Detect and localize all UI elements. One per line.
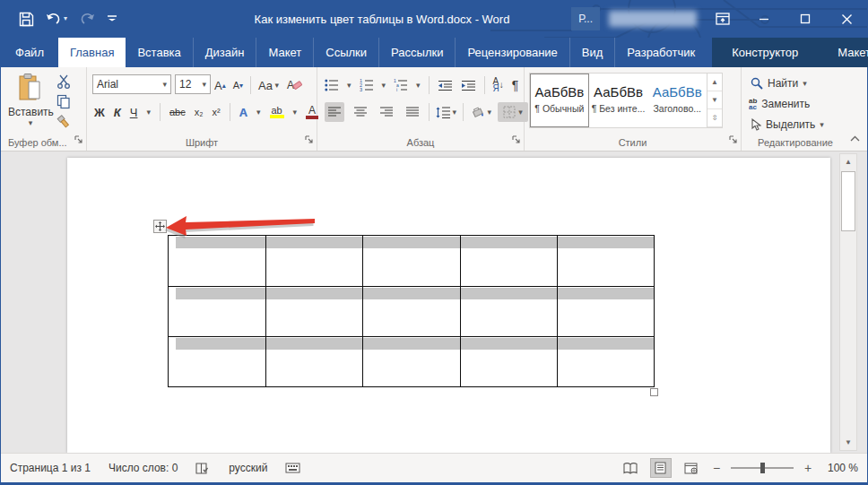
style-heading1[interactable]: АаБбВв Заголово...: [647, 74, 707, 127]
scroll-up-icon[interactable]: ▲: [840, 154, 856, 169]
superscript-button[interactable]: x²: [212, 102, 220, 122]
table-cell[interactable]: [557, 236, 654, 286]
tab-insert[interactable]: Вставка: [126, 38, 192, 67]
style-normal[interactable]: АаБбВв ¶ Обычный: [530, 74, 589, 127]
style-no-spacing[interactable]: АаБбВв ¶ Без инте...: [589, 74, 648, 127]
scroll-down-icon[interactable]: ▼: [840, 435, 856, 450]
change-case-button[interactable]: Aa ▾: [258, 75, 279, 95]
text-effects-button[interactable]: А: [239, 102, 247, 122]
tab-file[interactable]: Файл: [1, 38, 58, 67]
web-layout-icon[interactable]: [681, 458, 702, 478]
bullets-caret[interactable]: ▾: [347, 81, 352, 90]
underline-dropdown-caret[interactable]: ▾: [146, 108, 151, 117]
tab-developer[interactable]: Разработчик: [614, 38, 707, 67]
styles-scroll-down-icon[interactable]: ▼: [707, 91, 722, 109]
tab-design[interactable]: Дизайн: [193, 38, 256, 67]
table-resize-handle[interactable]: [650, 388, 658, 396]
close-button[interactable]: [826, 0, 867, 38]
align-right-button[interactable]: [377, 102, 396, 122]
highlight-caret[interactable]: ▾: [293, 108, 298, 117]
multilevel-caret[interactable]: ▾: [416, 81, 421, 90]
font-color-button[interactable]: А: [306, 102, 318, 122]
document-table[interactable]: [168, 235, 655, 387]
zoom-level[interactable]: 100 %: [828, 462, 858, 474]
zoom-in-button[interactable]: +: [803, 461, 813, 475]
tab-view[interactable]: Вид: [569, 38, 615, 67]
show-paragraph-marks-button[interactable]: ¶: [512, 75, 519, 95]
paragraph-dialog-launcher-icon[interactable]: [512, 131, 520, 147]
table-cell[interactable]: [362, 236, 459, 286]
clipboard-dialog-launcher-icon[interactable]: [74, 131, 82, 147]
line-spacing-button[interactable]: ▾: [436, 102, 456, 122]
customize-qat-icon[interactable]: [107, 13, 117, 24]
tab-home[interactable]: Главная: [58, 38, 126, 67]
paste-button[interactable]: Вставить ▾: [8, 73, 53, 127]
numbering-caret[interactable]: ▾: [382, 81, 386, 90]
maximize-button[interactable]: [785, 0, 826, 38]
table-cell[interactable]: [265, 336, 362, 386]
sort-icon[interactable]: АЯ↓: [493, 75, 504, 95]
tab-mailings[interactable]: Рассылки: [378, 38, 455, 67]
table-cell[interactable]: [265, 236, 362, 286]
bold-button[interactable]: Ж: [94, 102, 105, 122]
table-cell[interactable]: [460, 336, 557, 386]
numbering-icon[interactable]: 123: [360, 79, 374, 91]
table-cell[interactable]: [460, 236, 557, 286]
table-cell[interactable]: [362, 286, 459, 336]
ribbon-display-options-icon[interactable]: [702, 0, 743, 38]
underline-button[interactable]: Ч: [130, 102, 138, 122]
font-dialog-launcher-icon[interactable]: [305, 131, 313, 147]
save-icon[interactable]: [19, 12, 34, 27]
replace-button[interactable]: abac Заменить: [749, 95, 810, 113]
select-button[interactable]: Выделить▾: [751, 116, 824, 134]
vertical-scrollbar[interactable]: ▲ ▼: [839, 153, 857, 451]
table-cell[interactable]: [362, 336, 459, 386]
zoom-slider-thumb[interactable]: [760, 463, 765, 473]
table-cell[interactable]: [557, 336, 654, 386]
highlight-color-button[interactable]: ab: [270, 102, 284, 122]
styles-more-icon[interactable]: ⇳: [707, 109, 722, 127]
document-page[interactable]: [67, 158, 830, 453]
undo-dropdown-caret[interactable]: ▾: [64, 15, 67, 22]
language-indicator[interactable]: русский: [229, 462, 267, 474]
text-effects-caret[interactable]: ▾: [256, 108, 261, 117]
scrollbar-thumb[interactable]: [841, 171, 855, 231]
minimize-button[interactable]: [743, 0, 785, 38]
decrease-indent-icon[interactable]: [438, 80, 453, 91]
copy-icon[interactable]: [56, 94, 71, 109]
styles-scroll-up-icon[interactable]: ▲: [707, 74, 722, 91]
clear-formatting-icon[interactable]: А: [286, 75, 302, 95]
borders-button[interactable]: ▾: [498, 102, 528, 122]
shrink-font-button[interactable]: А▾: [233, 75, 243, 95]
word-count[interactable]: Число слов: 0: [108, 462, 178, 474]
tab-table-layout[interactable]: Макет: [818, 38, 868, 67]
shading-bucket-icon[interactable]: ▾: [470, 102, 491, 122]
subscript-button[interactable]: x₂: [195, 102, 204, 122]
increase-indent-icon[interactable]: [461, 80, 476, 91]
align-left-button[interactable]: [325, 102, 344, 122]
italic-button[interactable]: К: [114, 102, 121, 122]
tab-table-design[interactable]: Конструктор: [712, 38, 818, 67]
styles-dialog-launcher-icon[interactable]: [729, 131, 737, 147]
cut-icon[interactable]: [56, 74, 72, 89]
strikethrough-button[interactable]: abc: [169, 102, 186, 122]
document-area[interactable]: ▲ ▼: [1, 152, 867, 453]
multilevel-list-icon[interactable]: 1ai: [394, 79, 408, 91]
paste-dropdown-caret[interactable]: ▾: [8, 118, 53, 127]
bullets-icon[interactable]: [325, 79, 339, 91]
keyboard-icon[interactable]: [285, 462, 300, 474]
redo-icon[interactable]: [79, 12, 95, 26]
tab-references[interactable]: Ссылки: [313, 38, 378, 67]
table-cell[interactable]: [557, 286, 654, 336]
read-mode-icon[interactable]: [620, 458, 641, 478]
justify-button[interactable]: [403, 102, 422, 122]
table-cell[interactable]: [265, 286, 362, 336]
tab-layout[interactable]: Макет: [256, 38, 313, 67]
page-count[interactable]: Страница 1 из 1: [10, 462, 91, 474]
find-button[interactable]: Найти▾: [751, 74, 807, 92]
format-painter-icon[interactable]: [56, 115, 71, 129]
zoom-slider[interactable]: [731, 467, 794, 469]
collapse-ribbon-icon[interactable]: [850, 129, 860, 145]
table-cell[interactable]: [169, 336, 265, 386]
font-size-combobox[interactable]: 12▾: [175, 74, 211, 94]
